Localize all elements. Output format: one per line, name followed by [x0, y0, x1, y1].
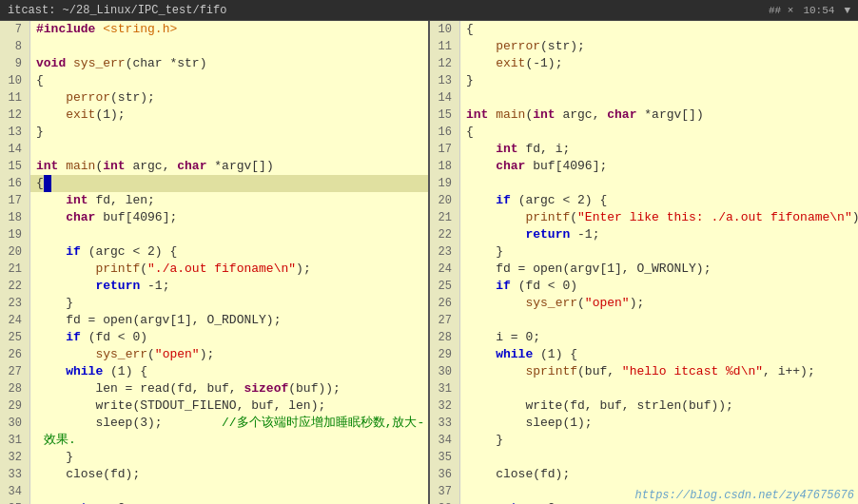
code-line: 19	[430, 175, 858, 192]
code-line: 15int main(int argc, char *argv[])	[430, 107, 858, 124]
line-content: sys_err("open");	[464, 295, 644, 312]
line-content	[464, 89, 474, 107]
line-number: 38	[430, 500, 460, 504]
code-line: 21 printf("Enter like this: ./a.out fifo…	[430, 209, 858, 226]
code-line: 20 if (argc < 2) {	[430, 192, 858, 209]
left-code-area: 7#include <string.h>8 9void sys_err(char…	[0, 21, 428, 504]
line-content: 效果.	[34, 432, 76, 449]
watermark: https://blog.csdn.net/zy47675676	[635, 489, 854, 502]
line-number: 11	[0, 89, 30, 107]
line-content: len = read(fd, buf, sizeof(buf));	[34, 380, 341, 397]
title-bar: itcast: ~/28_Linux/IPC_test/fifo ## × 10…	[0, 0, 858, 21]
code-line: 30 sleep(3); //多个该端时应增加睡眠秒数,放大-	[0, 415, 428, 432]
line-number: 17	[430, 141, 460, 158]
code-line: 26 sys_err("open");	[0, 346, 428, 363]
line-number: 26	[0, 346, 30, 363]
code-line: 14	[430, 89, 858, 107]
line-number: 28	[430, 329, 460, 346]
line-number: 24	[430, 261, 460, 278]
line-content	[34, 38, 44, 55]
code-line: 15int main(int argc, char *argv[])	[0, 158, 428, 175]
line-content: if (argc < 2) {	[464, 192, 607, 209]
right-code-area: 10{11 perror(str);12 exit(-1);13}14 15in…	[430, 21, 858, 504]
line-number: 37	[430, 483, 460, 500]
code-line: 34 }	[430, 432, 858, 449]
line-content: printf("./a.out fifoname\n");	[34, 261, 311, 278]
code-line: 11 perror(str);	[0, 89, 428, 107]
line-content: if (fd < 0)	[464, 278, 577, 295]
code-line: 24 fd = open(argv[1], O_RDONLY);	[0, 312, 428, 329]
line-number: 31	[430, 380, 460, 397]
line-content: write(fd, buf, strlen(buf));	[464, 397, 733, 415]
line-content: {	[464, 21, 474, 38]
line-number: 22	[0, 278, 30, 295]
line-content	[464, 312, 474, 329]
code-line: 13}	[430, 72, 858, 89]
code-line: 30 sprintf(buf, "hello itcast %d\n", i++…	[430, 363, 858, 380]
code-line: 25 if (fd < 0)	[430, 278, 858, 295]
menu-icon[interactable]: ▼	[844, 5, 850, 16]
code-line: 23 }	[0, 295, 428, 312]
line-number: 20	[430, 192, 460, 209]
code-line: 16{	[0, 175, 428, 192]
code-line: 28 i = 0;	[430, 329, 858, 346]
line-number: 30	[430, 363, 460, 380]
code-line: 27	[430, 312, 858, 329]
code-line: 33 close(fd);	[0, 466, 428, 483]
line-number: 10	[0, 72, 30, 89]
line-content: {	[464, 124, 474, 141]
line-content	[464, 175, 474, 192]
code-line: 18 char buf[4096];	[0, 209, 428, 226]
line-number: 13	[0, 124, 30, 141]
line-number: 22	[430, 226, 460, 243]
line-number: 16	[0, 175, 30, 192]
code-line: 23 }	[430, 243, 858, 261]
code-line: 7#include <string.h>	[0, 21, 428, 38]
code-line: 29 while (1) {	[430, 346, 858, 363]
line-number: 10	[430, 21, 460, 38]
code-line: 21 printf("./a.out fifoname\n");	[0, 261, 428, 278]
line-number: 21	[430, 209, 460, 226]
line-number: 11	[430, 38, 460, 55]
code-line: 17 int fd, i;	[430, 141, 858, 158]
line-content: int fd, i;	[464, 141, 570, 158]
line-content: write(STDOUT_FILENO, buf, len);	[34, 397, 325, 415]
title-text: itcast: ~/28_Linux/IPC_test/fifo	[8, 4, 226, 17]
line-content: fd = open(argv[1], O_WRONLY);	[464, 261, 711, 278]
line-number: 19	[430, 175, 460, 192]
code-line: 33 sleep(1);	[430, 415, 858, 432]
code-line: 31效果.	[0, 432, 428, 449]
line-number: 35	[0, 500, 30, 504]
line-content: close(fd);	[464, 466, 570, 483]
line-content	[34, 226, 44, 243]
code-line: 14	[0, 141, 428, 158]
code-line: 10{	[0, 72, 428, 89]
code-line: 16{	[430, 124, 858, 141]
line-number: 15	[430, 107, 460, 124]
code-line: 27 while (1) {	[0, 363, 428, 380]
code-line: 36 close(fd);	[430, 466, 858, 483]
line-content: close(fd);	[34, 466, 140, 483]
line-content: {	[34, 72, 44, 89]
line-content: sleep(1);	[464, 415, 593, 432]
line-number: 33	[430, 415, 460, 432]
line-content: }	[34, 295, 73, 312]
editor-container: 7#include <string.h>8 9void sys_err(char…	[0, 21, 858, 504]
line-content: #include <string.h>	[34, 21, 177, 38]
code-line: 9void sys_err(char *str)	[0, 55, 428, 72]
code-line: 13}	[0, 124, 428, 141]
line-number: 17	[0, 192, 30, 209]
line-number: 8	[0, 38, 30, 55]
line-number: 19	[0, 226, 30, 243]
code-line: 17 int fd, len;	[0, 192, 428, 209]
line-number: 18	[0, 209, 30, 226]
code-line: 19	[0, 226, 428, 243]
line-number: 32	[430, 397, 460, 415]
line-number: 32	[0, 449, 30, 466]
code-line: 12 exit(1);	[0, 107, 428, 124]
code-line: 32 }	[0, 449, 428, 466]
line-content: int fd, len;	[34, 192, 155, 209]
code-line: 22 return -1;	[430, 226, 858, 243]
line-content: return 0;	[464, 500, 562, 504]
line-content: exit(-1);	[464, 55, 562, 72]
